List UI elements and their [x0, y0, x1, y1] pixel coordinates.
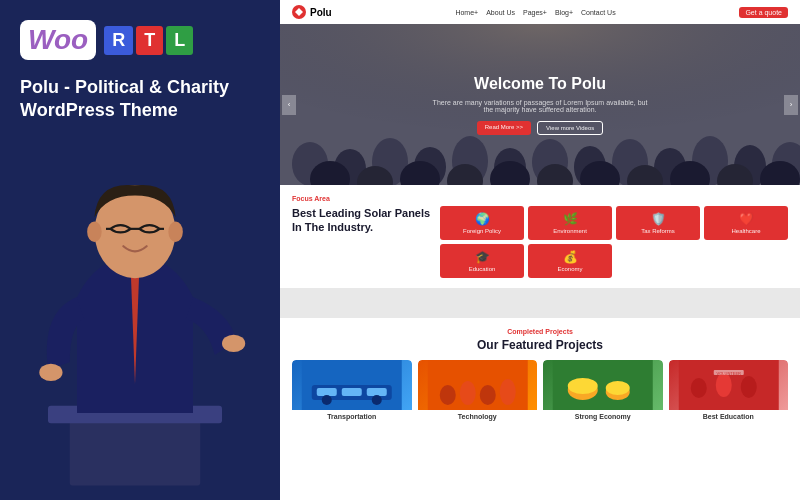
transportation-svg [292, 360, 412, 410]
focus-section: Focus Area Best Leading Solar Panels In … [280, 185, 800, 288]
site-hero: ‹ Welcome To Polu There are many variati… [280, 24, 800, 185]
nav-contact[interactable]: Contact Us [581, 9, 616, 16]
nav-pages[interactable]: Pages+ [523, 9, 547, 16]
tax-reforms-icon: 🛡️ [620, 212, 696, 226]
focus-card-label: Economy [532, 266, 608, 272]
nav-about[interactable]: About Us [486, 9, 515, 16]
project-card-transportation[interactable]: Transportation [292, 360, 412, 423]
focus-card-healthcare[interactable]: ❤️ Healthcare [704, 206, 788, 240]
technology-svg [418, 360, 538, 410]
foreign-policy-icon: 🌍 [444, 212, 520, 226]
project-card-technology[interactable]: Technology [418, 360, 538, 423]
svg-point-9 [222, 335, 245, 352]
environment-icon: 🌿 [532, 212, 608, 226]
nav-cta-button[interactable]: Get a quote [739, 7, 788, 18]
project-label-technology: Technology [418, 410, 538, 423]
project-img-transportation [292, 360, 412, 410]
person-svg [0, 36, 280, 500]
focus-card-foreign-policy[interactable]: 🌍 Foreign Policy [440, 206, 524, 240]
focus-card-label: Education [444, 266, 520, 272]
svg-text:VOLUNTEER: VOLUNTEER [716, 371, 741, 376]
project-label-transportation: Transportation [292, 410, 412, 423]
right-panel: Polu Home+ About Us Pages+ Blog+ Contact… [280, 0, 800, 500]
project-label-strong-economy: Strong Economy [543, 410, 663, 423]
svg-rect-41 [342, 388, 362, 396]
focus-card-education[interactable]: 🎓 Education [440, 244, 524, 278]
hero-buttons: Read More >> View more Videos [477, 121, 604, 135]
project-card-best-education[interactable]: VOLUNTEER Best Education [669, 360, 789, 423]
section-divider [280, 288, 800, 318]
svg-point-46 [439, 385, 455, 405]
focus-label: Focus Area [292, 195, 788, 202]
focus-card-label: Foreign Policy [444, 228, 520, 234]
hero-subtitle: There are many variations of passages of… [430, 99, 650, 113]
focus-card-environment[interactable]: 🌿 Environment [528, 206, 612, 240]
nav-home[interactable]: Home+ [455, 9, 478, 16]
site-navbar: Polu Home+ About Us Pages+ Blog+ Contact… [280, 0, 800, 24]
site-preview-top: Polu Home+ About Us Pages+ Blog+ Contact… [280, 0, 800, 185]
project-label-best-education: Best Education [669, 410, 789, 423]
focus-card-label: Tax Reforms [620, 228, 696, 234]
projects-label: Completed Projects [292, 328, 788, 335]
projects-grid: Transportation Technology [292, 360, 788, 423]
hero-title: Welcome To Polu [474, 75, 606, 93]
economy-icon: 💰 [532, 250, 608, 264]
svg-point-10 [87, 222, 102, 242]
focus-content: Best Leading Solar Panels In The Industr… [292, 206, 788, 278]
project-img-economy [543, 360, 663, 410]
svg-rect-50 [553, 360, 653, 410]
projects-title: Our Featured Projects [292, 338, 788, 352]
hero-secondary-button[interactable]: View more Videos [537, 121, 603, 135]
svg-point-8 [39, 364, 62, 381]
svg-point-48 [479, 385, 495, 405]
healthcare-icon: ❤️ [708, 212, 784, 226]
svg-point-52 [568, 378, 598, 394]
hero-primary-button[interactable]: Read More >> [477, 121, 531, 135]
svg-rect-40 [317, 388, 337, 396]
svg-point-49 [499, 379, 515, 405]
svg-point-57 [715, 373, 731, 397]
logo-icon-svg [294, 7, 304, 17]
project-img-technology [418, 360, 538, 410]
site-logo-icon [292, 5, 306, 19]
svg-point-44 [372, 395, 382, 405]
education-icon: 🎓 [444, 250, 520, 264]
economy-svg [543, 360, 663, 410]
nav-blog[interactable]: Blog+ [555, 9, 573, 16]
svg-point-11 [168, 222, 183, 242]
svg-point-56 [690, 378, 706, 398]
focus-grid: 🌍 Foreign Policy 🌿 Environment 🛡️ Tax Re… [440, 206, 788, 278]
svg-rect-0 [70, 413, 201, 486]
hero-arrow-left[interactable]: ‹ [282, 95, 296, 115]
education-svg: VOLUNTEER [669, 360, 789, 410]
svg-point-43 [322, 395, 332, 405]
project-img-education: VOLUNTEER [669, 360, 789, 410]
focus-card-economy[interactable]: 💰 Economy [528, 244, 612, 278]
nav-links: Home+ About Us Pages+ Blog+ Contact Us [455, 9, 615, 16]
svg-point-47 [459, 381, 475, 405]
project-card-strong-economy[interactable]: Strong Economy [543, 360, 663, 423]
svg-point-58 [740, 376, 756, 398]
left-panel: Woo R T L Polu - Political & Charity Wor… [0, 0, 280, 500]
site-logo-text: Polu [310, 7, 332, 18]
focus-title: Best Leading Solar Panels In The Industr… [292, 206, 432, 235]
focus-card-label: Environment [532, 228, 608, 234]
hero-arrow-right[interactable]: › [784, 95, 798, 115]
person-image [0, 36, 280, 500]
site-logo: Polu [292, 5, 332, 19]
focus-card-tax-reforms[interactable]: 🛡️ Tax Reforms [616, 206, 700, 240]
svg-point-54 [606, 381, 630, 395]
focus-card-label: Healthcare [708, 228, 784, 234]
svg-rect-42 [367, 388, 387, 396]
projects-section: Completed Projects Our Featured Projects [280, 318, 800, 500]
